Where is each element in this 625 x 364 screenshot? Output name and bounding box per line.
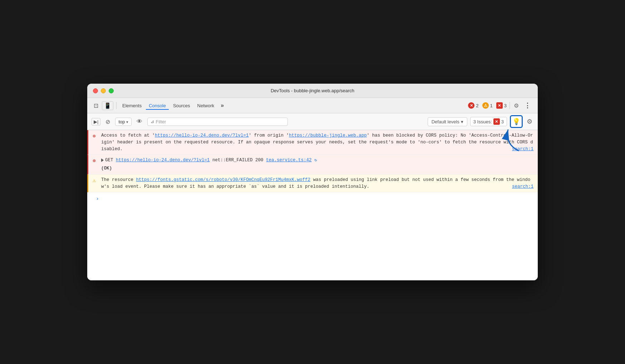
tab-network[interactable]: Network [195, 102, 217, 110]
issues-badge-count: 3 [501, 119, 504, 124]
filter-input[interactable] [156, 119, 285, 124]
toolbar-sep2 [510, 102, 510, 109]
chevron-down-icon [126, 119, 128, 124]
error-icon: ✕ [468, 102, 474, 109]
console-content: ⊗ Access to fetch at 'https://hello-io-2… [87, 130, 538, 280]
context-selector[interactable]: top [115, 118, 132, 126]
issues-badge-icon: ✕ [493, 118, 500, 125]
console-entry-preload-warning: ⚠ The resource https://fonts.gstatic.com… [87, 174, 538, 193]
lightbulb-container: 💡 [510, 115, 523, 128]
prompt-arrow-icon: › [96, 196, 99, 202]
tab-sources[interactable]: Sources [170, 102, 193, 110]
maximize-button[interactable] [109, 88, 114, 93]
close-button[interactable] [93, 88, 98, 93]
warnings-count: 1 [490, 103, 493, 108]
devtools-window: DevTools - bubble-jingle.web.app/search … [87, 84, 538, 280]
levels-chevron-icon: ▾ [461, 119, 463, 124]
console-sub-toolbar: ▶| ⊘ top 👁 ⊿ Default levels ▾ 3 Issues: … [87, 113, 538, 130]
settings-button[interactable]: ⚙ [513, 101, 520, 110]
get-error-extra: (OK) [101, 164, 533, 172]
context-label: top [118, 119, 125, 124]
errors-count: 2 [476, 103, 478, 108]
issues-label: 3 Issues: [473, 119, 492, 124]
warning-icon-1: ⚠ [93, 177, 95, 185]
font-link[interactable]: https://fonts.gstatic.com/s/roboto/v30/K… [136, 177, 311, 182]
preload-warning-source[interactable]: search:1 [512, 183, 533, 190]
inspect-element-button[interactable]: ⊡ [92, 101, 100, 110]
reload-icon: ↻ [314, 158, 317, 163]
warning-icon: ⚠ [482, 102, 489, 109]
tab-console[interactable]: Console [146, 102, 169, 110]
get-error-link[interactable]: https://hello-io-24.deno.dev/?lvl=1 [116, 158, 210, 163]
issues-badge: 3 Issues: ✕ 3 [470, 117, 507, 126]
cors-error-link1[interactable]: https://hello-io-24.deno.dev/?lvl=1 [155, 133, 249, 138]
clear-console-button[interactable]: ⊘ [103, 117, 112, 126]
error-icon-1: ⊗ [93, 133, 95, 140]
cors-error-source[interactable]: search:1 [512, 146, 533, 153]
show-sidebar-button[interactable]: ▶| [92, 118, 100, 126]
ai-insights-button[interactable]: 💡 [510, 115, 523, 128]
console-settings-button[interactable]: ⚙ [526, 117, 533, 127]
error-badge-row: ✕ 2 ⚠ 1 ✕ 3 [468, 102, 507, 109]
issues-icon: ✕ [496, 102, 503, 109]
console-entry-get-error: ⊗ GET https://hello-io-24.deno.dev/?lvl=… [87, 155, 538, 174]
cors-error-link2[interactable]: https://bubble-jingle.web.app [289, 133, 367, 138]
traffic-lights [93, 88, 114, 93]
levels-label: Default levels [432, 119, 459, 124]
tea-service-link[interactable]: tea.service.ts:42 [266, 158, 312, 163]
window-title: DevTools - bubble-jingle.web.app/search [271, 88, 354, 93]
more-tabs-button[interactable]: » [218, 102, 226, 109]
issues-count: 3 [504, 103, 507, 108]
toolbar-separator [116, 102, 117, 109]
error-icon-2: ⊗ [93, 157, 95, 165]
main-toolbar: ⊡ 📱 Elements Console Sources Network » ✕… [87, 98, 538, 113]
filter-icon: ⊿ [151, 119, 154, 124]
device-mode-button[interactable]: 📱 [102, 101, 113, 110]
minimize-button[interactable] [101, 88, 106, 93]
default-levels-button[interactable]: Default levels ▾ [428, 117, 467, 126]
console-prompt[interactable]: › [87, 192, 538, 206]
tab-elements[interactable]: Elements [119, 102, 144, 110]
more-options-button[interactable]: ⋮ [521, 100, 533, 111]
cors-error-text: Access to fetch at 'https://hello-io-24.… [101, 133, 533, 152]
get-error-text: GET https://hello-io-24.deno.dev/?lvl=1 … [101, 158, 317, 163]
get-arrow-icon [101, 158, 104, 162]
title-bar: DevTools - bubble-jingle.web.app/search [87, 84, 538, 98]
live-expressions-button[interactable]: 👁 [134, 117, 144, 126]
preload-warning-text: The resource https://fonts.gstatic.com/s… [101, 177, 530, 189]
lightbulb-icon: 💡 [512, 118, 520, 125]
console-entry-cors-error: ⊗ Access to fetch at 'https://hello-io-2… [87, 130, 538, 155]
